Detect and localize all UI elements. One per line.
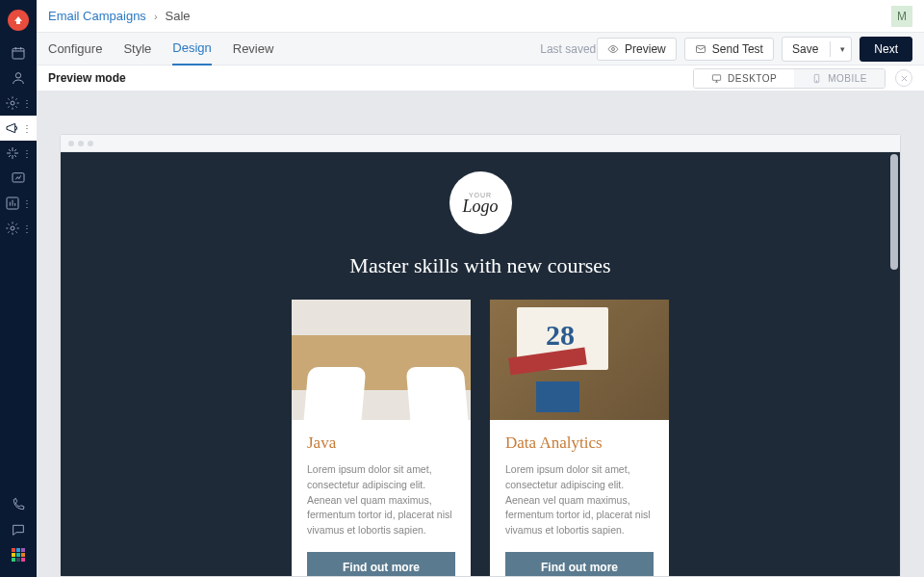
nav-campaigns[interactable]: ⋮	[0, 116, 37, 141]
breadcrumb-root[interactable]: Email Campaigns	[48, 9, 146, 23]
close-icon	[900, 74, 909, 83]
card-cta-button[interactable]: Find out more	[307, 552, 455, 576]
card-cta-button[interactable]: Find out more	[505, 552, 654, 576]
user-avatar[interactable]: M	[891, 6, 912, 27]
course-card: Data Analytics Lorem ipsum dolor sit ame…	[490, 300, 669, 576]
nav-settings-row[interactable]: ⋮	[0, 91, 37, 116]
svg-point-6	[612, 47, 615, 50]
nav-chat[interactable]	[0, 517, 37, 542]
megaphone-icon	[5, 120, 20, 136]
tab-configure[interactable]: Configure	[48, 33, 102, 66]
nav-apps[interactable]	[0, 542, 37, 567]
svg-point-1	[15, 73, 20, 78]
tab-design[interactable]: Design	[172, 33, 211, 66]
mobile-icon	[811, 73, 822, 84]
window-dot	[68, 141, 74, 146]
chart-icon	[5, 196, 20, 211]
nav-automation[interactable]: ⋮	[0, 141, 37, 166]
card-title: Data Analytics	[505, 433, 654, 453]
close-preview-button[interactable]	[895, 69, 912, 87]
scrollbar[interactable]	[890, 154, 898, 270]
next-label: Next	[874, 42, 898, 56]
breadcrumb-current: Sale	[166, 9, 191, 23]
card-image	[490, 300, 669, 420]
toggle-desktop-label: DESKTOP	[728, 73, 777, 84]
card-image	[292, 300, 471, 420]
preview-mode-row: Preview mode DESKTOP MOBILE	[37, 66, 924, 92]
eye-icon	[607, 43, 619, 55]
gear-icon	[5, 221, 20, 236]
toggle-desktop[interactable]: DESKTOP	[694, 69, 794, 88]
phone-icon	[11, 497, 26, 512]
app-logo[interactable]	[8, 10, 29, 31]
save-label: Save	[792, 42, 818, 56]
svg-point-5	[11, 226, 14, 230]
email-headline: Master skills with new courses	[349, 253, 610, 278]
chevron-down-icon[interactable]: ▾	[840, 44, 845, 54]
svg-rect-7	[696, 45, 705, 52]
svg-point-2	[11, 101, 14, 105]
send-test-label: Send Test	[712, 42, 763, 56]
nav-editor[interactable]	[0, 166, 37, 191]
preview-canvas: YOUR Logo Master skills with new courses…	[37, 92, 924, 577]
chat-icon	[11, 522, 26, 538]
desktop-icon	[711, 73, 722, 84]
svg-point-10	[816, 80, 817, 81]
calendar-icon	[11, 45, 26, 61]
email-inner: YOUR Logo Master skills with new courses…	[61, 152, 900, 576]
svg-rect-8	[712, 74, 720, 80]
mail-icon	[695, 43, 706, 55]
preview-mode-label: Preview mode	[48, 71, 126, 85]
tab-style[interactable]: Style	[123, 33, 151, 66]
logo-script-text: Logo	[462, 198, 498, 214]
next-button[interactable]: Next	[860, 37, 912, 62]
window-dot	[88, 141, 93, 146]
nav-reports[interactable]: ⋮	[0, 191, 37, 216]
send-test-button[interactable]: Send Test	[684, 38, 774, 61]
browser-frame: YOUR Logo Master skills with new courses…	[60, 134, 901, 577]
tab-review[interactable]: Review	[233, 33, 274, 66]
nav-config[interactable]: ⋮	[0, 216, 37, 241]
device-toggle: DESKTOP MOBILE	[693, 68, 886, 89]
card-body: Lorem ipsum dolor sit amet, consectetur …	[307, 462, 455, 538]
toggle-mobile[interactable]: MOBILE	[794, 69, 885, 88]
nav-calendar[interactable]	[0, 40, 37, 66]
svg-rect-0	[13, 48, 24, 59]
save-button[interactable]: Save ▾	[782, 37, 852, 62]
apps-grid-icon	[12, 548, 25, 562]
card-title: Java	[307, 433, 455, 453]
nav-phone[interactable]	[0, 492, 37, 517]
browser-bar	[61, 135, 900, 152]
preview-button[interactable]: Preview	[597, 38, 677, 61]
breadcrumb-row: Email Campaigns › Sale M	[37, 0, 924, 33]
editor-icon	[11, 170, 26, 186]
window-dot	[78, 141, 84, 146]
action-buttons: Preview Send Test Save ▾ Next	[597, 37, 912, 62]
email-logo: YOUR Logo	[449, 171, 512, 234]
course-card: Java Lorem ipsum dolor sit amet, consect…	[292, 300, 471, 576]
preview-button-label: Preview	[625, 42, 666, 56]
left-nav: ⋮ ⋮ ⋮ ⋮ ⋮	[0, 0, 37, 577]
gear-small-icon	[5, 95, 20, 111]
main-area: Email Campaigns › Sale M Configure Style…	[37, 0, 924, 577]
user-icon	[11, 70, 26, 86]
email-body: YOUR Logo Master skills with new courses…	[61, 152, 900, 576]
chevron-right-icon: ›	[154, 11, 158, 22]
nav-user[interactable]	[0, 66, 37, 91]
email-cards: Java Lorem ipsum dolor sit amet, consect…	[292, 300, 669, 576]
toggle-mobile-label: MOBILE	[828, 73, 867, 84]
card-body: Lorem ipsum dolor sit amet, consectetur …	[505, 462, 654, 538]
sparkle-icon	[5, 145, 20, 161]
tab-row: Configure Style Design Review Last saved…	[37, 33, 924, 66]
